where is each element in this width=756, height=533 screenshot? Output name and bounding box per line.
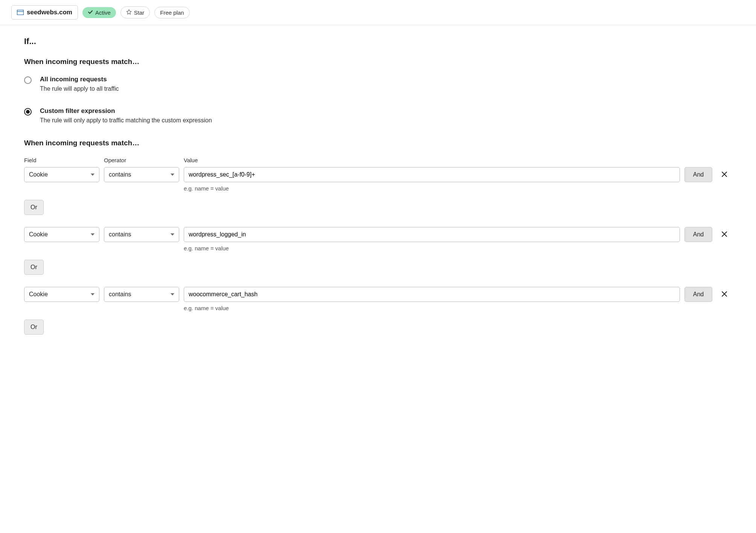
value-hint: e.g. name = value — [184, 185, 680, 192]
and-button[interactable]: And — [684, 167, 712, 182]
delete-row-button[interactable] — [717, 167, 732, 182]
radio-all-title: All incoming requests — [40, 76, 119, 83]
match-heading-2: When incoming requests match… — [24, 139, 732, 147]
content: If... When incoming requests match… All … — [0, 25, 756, 362]
field-select[interactable]: Cookie — [24, 287, 99, 302]
field-value: Cookie — [29, 291, 48, 298]
operator-select[interactable]: contains — [104, 287, 179, 302]
match-radio-group: All incoming requests The rule will appl… — [24, 76, 732, 124]
star-button[interactable]: Star — [120, 6, 150, 18]
value-input[interactable] — [184, 227, 680, 242]
close-icon — [721, 171, 728, 179]
star-icon — [126, 9, 132, 16]
rule-row: Cookie contains e.g. name = value And — [24, 167, 732, 192]
operator-value: contains — [109, 171, 131, 178]
and-button[interactable]: And — [684, 227, 712, 242]
plan-badge: Free plan — [154, 7, 189, 18]
operator-value: contains — [109, 231, 131, 238]
rule-row: Cookie contains e.g. name = value And — [24, 287, 732, 311]
rule-builder: Field Operator Value Cookie contains e.g… — [24, 157, 732, 347]
radio-all-requests[interactable] — [24, 76, 32, 84]
field-select[interactable]: Cookie — [24, 227, 99, 242]
site-name: seedwebs.com — [27, 9, 72, 16]
field-select[interactable]: Cookie — [24, 167, 99, 182]
site-chip[interactable]: seedwebs.com — [11, 5, 78, 20]
col-value: Value — [184, 157, 680, 163]
radio-custom-desc: The rule will only apply to traffic matc… — [40, 117, 212, 124]
radio-custom-expression[interactable] — [24, 108, 32, 116]
columns-header: Field Operator Value — [24, 157, 732, 163]
or-button[interactable]: Or — [24, 320, 44, 335]
col-operator: Operator — [104, 157, 179, 163]
delete-row-button[interactable] — [717, 227, 732, 242]
status-badge: Active — [82, 7, 116, 18]
radio-custom-title: Custom filter expression — [40, 107, 212, 115]
plan-label: Free plan — [160, 9, 184, 16]
website-icon — [17, 10, 24, 15]
match-heading: When incoming requests match… — [24, 58, 732, 66]
radio-row-custom: Custom filter expression The rule will o… — [24, 107, 732, 124]
topbar: seedwebs.com Active Star Free plan — [0, 0, 756, 25]
if-heading: If... — [24, 37, 732, 46]
value-hint: e.g. name = value — [184, 305, 680, 311]
operator-value: contains — [109, 291, 131, 298]
value-hint: e.g. name = value — [184, 245, 680, 251]
value-input[interactable] — [184, 167, 680, 182]
radio-row-all: All incoming requests The rule will appl… — [24, 76, 732, 92]
status-label: Active — [95, 9, 111, 16]
operator-select[interactable]: contains — [104, 227, 179, 242]
or-button[interactable]: Or — [24, 260, 44, 275]
col-field: Field — [24, 157, 99, 163]
check-icon — [88, 9, 93, 16]
close-icon — [721, 231, 728, 239]
or-button[interactable]: Or — [24, 200, 44, 215]
close-icon — [721, 291, 728, 298]
value-input[interactable] — [184, 287, 680, 302]
rule-row: Cookie contains e.g. name = value And — [24, 227, 732, 251]
radio-all-desc: The rule will apply to all traffic — [40, 85, 119, 92]
star-label: Star — [134, 9, 145, 16]
svg-rect-0 — [17, 10, 24, 15]
field-value: Cookie — [29, 171, 48, 178]
and-button[interactable]: And — [684, 287, 712, 302]
operator-select[interactable]: contains — [104, 167, 179, 182]
field-value: Cookie — [29, 231, 48, 238]
delete-row-button[interactable] — [717, 287, 732, 302]
